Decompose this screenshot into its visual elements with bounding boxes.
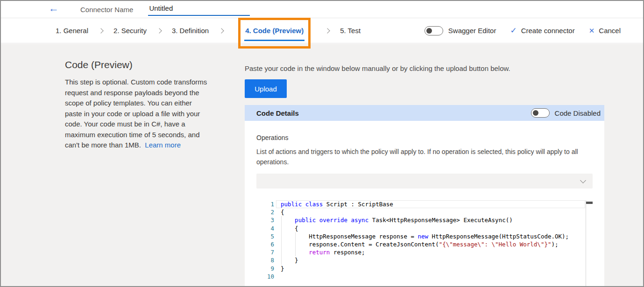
chevron-right-icon: [156, 28, 162, 33]
code-content[interactable]: public class Script : ScriptBase{ public…: [281, 200, 585, 280]
wizard-step-tab-4[interactable]: 4. Code (Preview): [244, 26, 304, 35]
wizard-step-tab-2[interactable]: 2. Security: [113, 26, 148, 35]
code-disabled-label: Code Disabled: [555, 109, 601, 117]
code-line-7: return response;: [281, 248, 585, 256]
code-line-5: HttpResponseMessage response = new HttpR…: [281, 232, 585, 240]
create-connector-button[interactable]: ✓ Create connector: [510, 27, 574, 35]
code-line-1: public class Script : ScriptBase: [281, 200, 585, 208]
line-number: 1: [256, 200, 274, 208]
code-details-body: Operations List of actions and triggers …: [245, 121, 604, 287]
chevron-right-icon: [98, 28, 103, 33]
step-description: This step is optional. Custom code trans…: [65, 77, 210, 151]
chevron-down-icon: [580, 177, 586, 183]
line-number: 6: [256, 240, 274, 248]
line-number: 5: [256, 232, 274, 240]
code-line-9: }: [281, 265, 585, 273]
bar-actions: Swagger Editor ✓ Create connector ✕ Canc…: [425, 26, 621, 35]
checkmark-icon: ✓: [510, 27, 517, 35]
wizard-step-tab-3[interactable]: 3. Definition: [171, 26, 210, 35]
wizard-step-tab-1[interactable]: 1. General: [55, 26, 89, 35]
operations-label: Operations: [256, 134, 593, 141]
toggle-knob: [426, 28, 432, 34]
code-line-6: response.Content = CreateJsonContent("{\…: [281, 240, 585, 248]
wizard-step-tab-5[interactable]: 5. Test: [339, 26, 361, 35]
editor-scrollbar[interactable]: [586, 200, 593, 287]
wizard-step-bar: 1. General2. Security3. Definition4. Cod…: [1, 18, 643, 43]
chevron-right-icon: [325, 28, 330, 33]
toggle-off-icon[interactable]: [425, 26, 443, 35]
code-details-header: Code Details Code Disabled: [245, 105, 604, 121]
wizard-steps: 1. General2. Security3. Definition4. Cod…: [55, 26, 361, 35]
operations-dropdown[interactable]: [256, 174, 593, 189]
line-number: 8: [256, 256, 274, 264]
content-area: Code (Preview) This step is optional. Cu…: [1, 44, 643, 286]
top-bar: ← Connector Name: [1, 1, 643, 18]
code-disabled-toggle[interactable]: Code Disabled: [531, 108, 601, 118]
connector-wizard-window: ← Connector Name 1. General2. Security3.…: [0, 0, 644, 287]
connector-name-input[interactable]: [148, 3, 250, 16]
step-description-sidebar: Code (Preview) This step is optional. Cu…: [65, 59, 210, 151]
connector-name-label: Connector Name: [80, 6, 133, 14]
code-line-10: [281, 273, 585, 280]
code-line-2: {: [281, 208, 585, 216]
line-number: 10: [256, 273, 274, 280]
close-icon: ✕: [589, 27, 595, 34]
code-editor[interactable]: 12345678910 public class Script : Script…: [256, 200, 593, 287]
code-line-3: public override async Task<HttpResponseM…: [281, 216, 585, 224]
line-number-gutter: 12345678910: [256, 200, 274, 280]
upload-button[interactable]: Upload: [245, 79, 287, 98]
back-arrow-icon[interactable]: ←: [49, 3, 59, 14]
line-number: 9: [256, 265, 274, 273]
code-details-title: Code Details: [256, 109, 299, 117]
toggle-off-icon[interactable]: [531, 108, 550, 118]
line-number: 7: [256, 248, 274, 256]
step-title: Code (Preview): [65, 59, 210, 70]
cancel-button[interactable]: ✕ Cancel: [589, 27, 621, 35]
line-number: 2: [256, 208, 274, 216]
code-line-8: }: [281, 256, 585, 264]
operations-description: List of actions and triggers to which th…: [256, 147, 591, 167]
swagger-editor-toggle[interactable]: Swagger Editor: [425, 26, 496, 35]
line-number: 4: [256, 224, 274, 232]
paste-code-instruction: Paste your code in the window below manu…: [245, 64, 604, 72]
learn-more-link[interactable]: Learn more: [145, 141, 181, 149]
scrollbar-thumb[interactable]: [586, 202, 593, 204]
main-panel: Paste your code in the window below manu…: [245, 44, 604, 286]
swagger-editor-label: Swagger Editor: [448, 27, 496, 35]
line-number: 3: [256, 216, 274, 224]
chevron-right-icon: [219, 28, 224, 33]
code-line-4: {: [281, 224, 585, 232]
toggle-knob: [533, 110, 538, 116]
code-details-panel: Code Details Code Disabled Operations Li…: [245, 105, 604, 287]
